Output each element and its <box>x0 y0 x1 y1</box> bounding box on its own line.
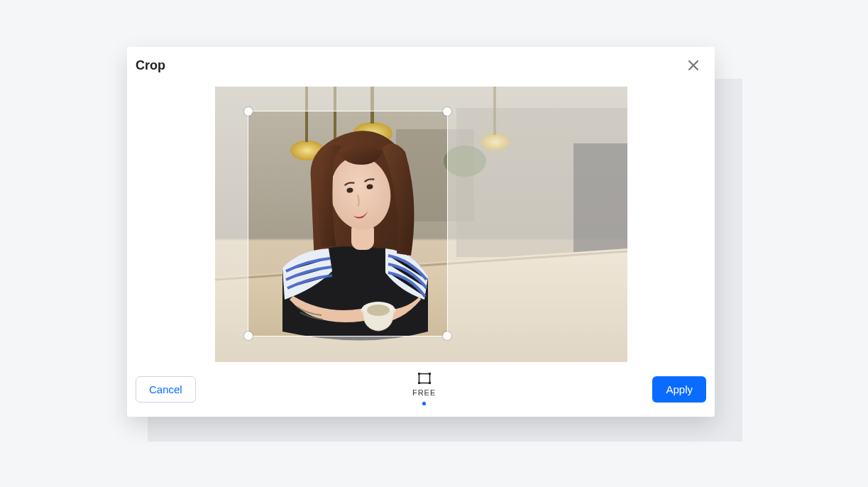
svg-point-24 <box>428 382 430 384</box>
aspect-ratio-label: FREE <box>412 388 436 397</box>
crop-handle-tr[interactable] <box>443 107 451 116</box>
apply-button[interactable]: Apply <box>652 376 706 403</box>
svg-rect-20 <box>419 374 429 383</box>
svg-point-23 <box>418 382 420 384</box>
aspect-ratio-selector[interactable]: FREE <box>412 373 436 405</box>
crop-selection[interactable] <box>248 111 448 336</box>
free-crop-icon <box>418 373 431 384</box>
modal-footer: Cancel FREE Apply <box>127 363 715 417</box>
crop-mask-right <box>448 111 627 336</box>
image-frame[interactable] <box>215 87 627 362</box>
close-icon <box>688 60 699 71</box>
svg-point-22 <box>428 373 430 375</box>
crop-canvas <box>127 81 715 362</box>
modal-header: Crop <box>127 47 715 81</box>
close-button[interactable] <box>683 55 703 75</box>
svg-point-21 <box>418 373 420 375</box>
crop-handle-tl[interactable] <box>244 107 253 116</box>
crop-handle-bl[interactable] <box>244 332 253 340</box>
crop-handle-br[interactable] <box>443 332 451 340</box>
crop-modal: Crop <box>127 47 715 417</box>
modal-title: Crop <box>136 58 165 73</box>
crop-mask-top <box>215 87 627 111</box>
crop-mask-bottom <box>215 336 627 362</box>
cancel-button[interactable]: Cancel <box>136 376 196 403</box>
selected-indicator <box>422 402 426 405</box>
crop-mask-left <box>215 111 248 336</box>
